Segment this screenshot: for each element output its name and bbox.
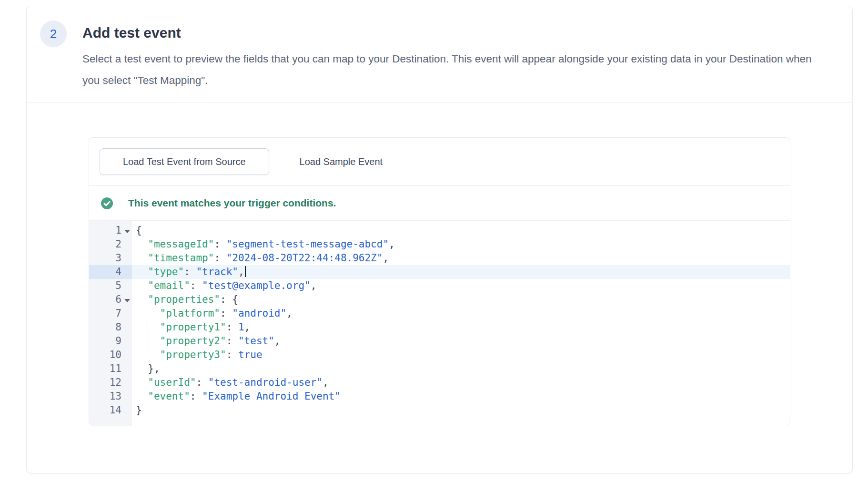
- step-description: Select a test event to preview the field…: [82, 48, 831, 91]
- line-number: 12: [89, 376, 132, 390]
- code-text[interactable]: "timestamp": "2024-08-20T22:44:48.962Z",: [132, 251, 790, 265]
- line-number: 7: [89, 307, 132, 320]
- line-number: 8: [89, 320, 132, 334]
- line-number: 13: [89, 390, 132, 403]
- text-cursor: [245, 266, 246, 277]
- code-text[interactable]: "property1": 1,: [132, 320, 790, 334]
- code-text[interactable]: },: [132, 362, 790, 376]
- code-text[interactable]: "type": "track",: [132, 265, 790, 279]
- check-circle-icon: [101, 197, 113, 209]
- line-number: 1: [89, 224, 132, 237]
- line-number: 11: [89, 362, 132, 376]
- fold-arrow-icon[interactable]: [124, 230, 130, 233]
- line-number: 6: [89, 293, 132, 307]
- page-title: Add test event: [82, 22, 831, 43]
- trigger-match-status: This event matches your trigger conditio…: [89, 186, 790, 220]
- code-text[interactable]: "event": "Example Android Event": [132, 390, 790, 403]
- code-text[interactable]: "email": "test@example.org",: [132, 279, 790, 293]
- code-line-2[interactable]: 2 "messageId": "segment-test-message-abc…: [89, 237, 790, 251]
- code-text[interactable]: "property2": "test",: [132, 334, 790, 348]
- code-text[interactable]: "platform": "android",: [132, 307, 790, 320]
- event-source-toolbar: Load Test Event from Source Load Sample …: [89, 138, 790, 186]
- code-text[interactable]: "property3": true: [132, 348, 790, 362]
- code-line-13[interactable]: 13 "event": "Example Android Event": [89, 390, 790, 403]
- code-text[interactable]: "properties": {: [132, 293, 790, 307]
- page-background: { "step": { "number": "2", "title": "Add…: [0, 0, 868, 494]
- code-line-1[interactable]: 1{: [89, 224, 790, 237]
- status-message: This event matches your trigger conditio…: [128, 197, 336, 209]
- card-body: Load Test Event from Source Load Sample …: [27, 103, 852, 474]
- code-line-4[interactable]: 4 "type": "track",: [89, 265, 790, 279]
- code-text[interactable]: "messageId": "segment-test-message-abcd"…: [132, 237, 790, 251]
- step-number-badge: 2: [40, 21, 67, 47]
- add-test-event-card: 2 Add test event Select a test event to …: [26, 6, 853, 473]
- line-number: 4: [89, 265, 132, 279]
- code-line-9[interactable]: 9 "property2": "test",: [89, 334, 790, 348]
- fold-arrow-icon[interactable]: [124, 299, 130, 302]
- code-line-7[interactable]: 7 "platform": "android",: [89, 307, 790, 320]
- code-line-12[interactable]: 12 "userId": "test-android-user",: [89, 376, 790, 390]
- load-sample-event-button[interactable]: Load Sample Event: [277, 148, 406, 175]
- step-number: 2: [50, 27, 57, 41]
- line-number: 3: [89, 251, 132, 265]
- code-line-10[interactable]: 10 "property3": true: [89, 348, 790, 362]
- step-header: 2 Add test event Select a test event to …: [27, 6, 852, 103]
- test-event-panel: Load Test Event from Source Load Sample …: [89, 137, 790, 426]
- line-number: 2: [89, 237, 132, 251]
- line-number: 14: [89, 403, 132, 417]
- json-editor[interactable]: 1{2 "messageId": "segment-test-message-a…: [89, 220, 790, 426]
- code-text[interactable]: "userId": "test-android-user",: [132, 376, 790, 390]
- code-line-3[interactable]: 3 "timestamp": "2024-08-20T22:44:48.962Z…: [89, 251, 790, 265]
- line-number: 5: [89, 279, 132, 293]
- code-text[interactable]: }: [132, 403, 790, 417]
- step-header-text: Add test event Select a test event to pr…: [82, 21, 831, 91]
- line-number: 10: [89, 348, 132, 362]
- code-line-14[interactable]: 14}: [89, 403, 790, 417]
- load-test-event-button[interactable]: Load Test Event from Source: [100, 148, 269, 175]
- code-text[interactable]: {: [132, 224, 790, 237]
- code-line-5[interactable]: 5 "email": "test@example.org",: [89, 279, 790, 293]
- code-line-6[interactable]: 6 "properties": {: [89, 293, 790, 307]
- line-number: 9: [89, 334, 132, 348]
- code-line-11[interactable]: 11 },: [89, 362, 790, 376]
- code-line-8[interactable]: 8 "property1": 1,: [89, 320, 790, 334]
